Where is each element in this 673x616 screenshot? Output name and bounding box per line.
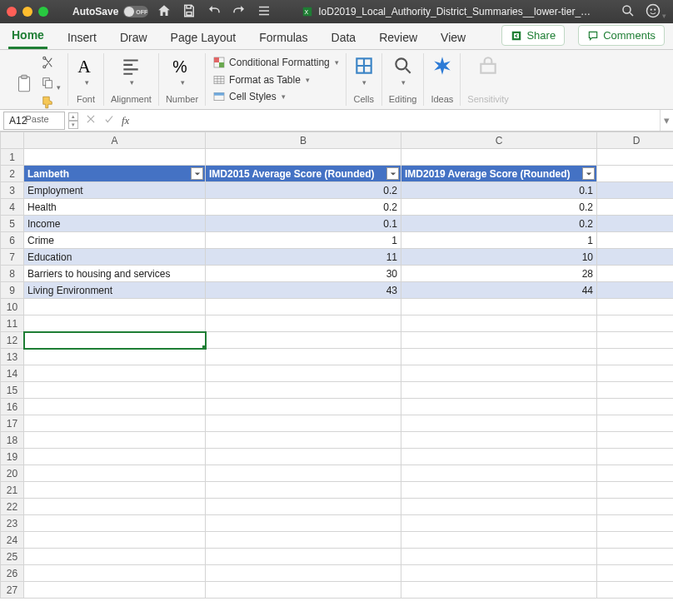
table-cell[interactable]: 1	[206, 232, 401, 249]
table-cell[interactable]: Barriers to housing and services	[24, 266, 206, 282]
cell[interactable]	[597, 432, 674, 449]
cell[interactable]	[401, 549, 597, 565]
conditional-formatting-button[interactable]: Conditional Formatting▾	[212, 55, 339, 70]
cell[interactable]	[401, 149, 597, 166]
cell[interactable]	[401, 515, 597, 532]
cell[interactable]	[597, 515, 674, 532]
cell[interactable]	[401, 315, 597, 332]
window-close-dot[interactable]	[7, 7, 17, 17]
qat-customize-icon[interactable]	[257, 3, 272, 21]
table-header-cell[interactable]: IMD2019 Average Score (Rounded)	[401, 166, 597, 182]
cell[interactable]	[401, 499, 597, 515]
tab-insert[interactable]: Insert	[64, 26, 100, 49]
table-cell[interactable]: 1	[401, 232, 597, 249]
cell[interactable]	[597, 365, 674, 382]
table-cell[interactable]: Income	[24, 216, 206, 232]
cell[interactable]	[597, 532, 674, 549]
tab-home[interactable]: Home	[8, 23, 47, 49]
cell[interactable]	[597, 382, 674, 399]
col-header-C[interactable]: C	[401, 132, 597, 149]
cell[interactable]	[206, 349, 401, 365]
group-cells[interactable]: ▾ Cells	[346, 53, 382, 106]
cancel-icon[interactable]	[85, 113, 97, 127]
cell[interactable]	[597, 582, 674, 599]
search-icon[interactable]	[621, 3, 636, 21]
cell[interactable]	[24, 299, 206, 315]
cell[interactable]	[206, 415, 401, 432]
autosave-toggle[interactable]: AutoSave OFF	[72, 6, 148, 17]
cell[interactable]	[597, 549, 674, 565]
name-box[interactable]: A12	[3, 112, 65, 130]
cell[interactable]	[401, 349, 597, 365]
cell[interactable]	[24, 465, 206, 482]
group-font[interactable]: A▾ Font	[68, 53, 104, 106]
cell[interactable]	[24, 549, 206, 565]
cell[interactable]	[401, 399, 597, 415]
tab-page-layout[interactable]: Page Layout	[167, 26, 240, 49]
row-header-1[interactable]: 1	[1, 149, 24, 166]
cell[interactable]	[401, 565, 597, 582]
table-cell[interactable]: 43	[206, 282, 401, 299]
cell[interactable]	[206, 399, 401, 415]
row-header-8[interactable]: 8	[1, 266, 24, 282]
table-cell[interactable]: 30	[206, 266, 401, 282]
namebox-stepper[interactable]: ▴▾	[68, 112, 78, 129]
col-header-B[interactable]: B	[206, 132, 401, 149]
cell[interactable]	[206, 549, 401, 565]
cell[interactable]	[24, 399, 206, 415]
window-minimize-dot[interactable]	[22, 7, 32, 17]
spreadsheet-grid[interactable]: ABCD 12LambethIMD2015 Average Score (Rou…	[0, 132, 673, 599]
tab-data[interactable]: Data	[328, 26, 360, 49]
cell[interactable]	[206, 449, 401, 465]
format-as-table-button[interactable]: Format as Table▾	[212, 72, 310, 87]
cell[interactable]	[206, 365, 401, 382]
cell[interactable]	[206, 482, 401, 499]
cell[interactable]	[597, 415, 674, 432]
row-header-23[interactable]: 23	[1, 515, 24, 532]
cell[interactable]	[24, 515, 206, 532]
cell[interactable]	[401, 465, 597, 482]
account-icon[interactable]: ▾	[646, 3, 666, 21]
cell[interactable]	[206, 532, 401, 549]
save-icon[interactable]	[182, 3, 197, 21]
table-cell[interactable]: 0.1	[206, 216, 401, 232]
group-number[interactable]: %▾ Number	[159, 53, 206, 106]
col-header-A[interactable]: A	[24, 132, 206, 149]
table-cell[interactable]: 44	[401, 282, 597, 299]
table-cell[interactable]: 0.2	[206, 182, 401, 199]
fx-icon[interactable]: fx	[122, 114, 129, 127]
table-cell[interactable]: 0.1	[401, 182, 597, 199]
copy-icon[interactable]: ▾	[40, 75, 61, 92]
table-header-cell[interactable]: IMD2015 Average Score (Rounded)	[206, 166, 401, 182]
cell[interactable]	[206, 149, 401, 166]
home-icon[interactable]	[157, 3, 172, 21]
cell[interactable]	[206, 382, 401, 399]
cell[interactable]	[206, 465, 401, 482]
cell[interactable]	[597, 349, 674, 365]
cell[interactable]	[206, 299, 401, 315]
cell[interactable]	[24, 499, 206, 515]
cell[interactable]	[597, 149, 674, 166]
cell[interactable]	[401, 382, 597, 399]
selected-cell[interactable]	[24, 332, 206, 349]
table-cell[interactable]: Education	[24, 249, 206, 266]
cell[interactable]	[597, 332, 674, 349]
cell[interactable]	[597, 315, 674, 332]
cell[interactable]	[597, 565, 674, 582]
cell[interactable]	[401, 299, 597, 315]
cell[interactable]	[597, 499, 674, 515]
paste-button[interactable]	[13, 73, 35, 95]
row-header-6[interactable]: 6	[1, 232, 24, 249]
row-header-15[interactable]: 15	[1, 382, 24, 399]
cell[interactable]	[24, 149, 206, 166]
formula-input[interactable]	[141, 112, 660, 130]
cell[interactable]	[401, 482, 597, 499]
cell[interactable]	[401, 582, 597, 599]
row-header-10[interactable]: 10	[1, 299, 24, 315]
cell[interactable]	[24, 349, 206, 365]
cell[interactable]	[24, 415, 206, 432]
cell[interactable]	[206, 499, 401, 515]
row-header-21[interactable]: 21	[1, 482, 24, 499]
tab-review[interactable]: Review	[376, 26, 421, 49]
cell[interactable]	[24, 582, 206, 599]
